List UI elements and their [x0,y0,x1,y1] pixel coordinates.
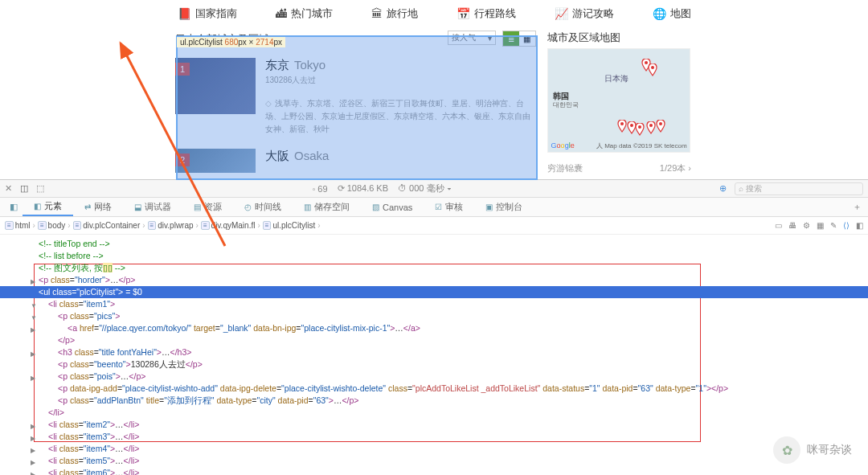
nav-routes[interactable]: 📅行程路线 [457,6,516,21]
map-title: 城市及区域地图 [547,31,691,45]
svg-point-5 [649,124,653,127]
side-pager: 穷游锦囊 1/29本 › [547,162,691,174]
city-thumb[interactable]: 1 [175,58,256,114]
edit-icon[interactable]: ✎ [830,221,837,230]
crumb-tools: ▭ 🖶 ⚙ ▦ ✎ ⟨⟩ ◧ [775,221,863,230]
city-icon: 🏙 [276,7,287,20]
svg-point-4 [638,125,641,129]
transfer-size: ⟳ 1084.6 KB [338,182,388,195]
add-tab-button[interactable]: ＋ [846,201,868,213]
breadcrumb: ≡html ≡body ≡div.plcContainer ≡div.plwra… [0,217,868,235]
toggle-icon[interactable]: ◧ [5,202,23,212]
search-icon: ⌕ [739,184,743,193]
calendar-icon: 📅 [457,7,470,20]
crumb-plccontainer[interactable]: ≡div.plcContainer [73,221,148,230]
map-pin-icon[interactable] [656,120,665,133]
top-nav: 📕国家指南 🏙热门城市 🏛旅行地 📅行程路线 📈游记攻略 🌐地图 [0,0,868,31]
map-widget[interactable]: 日本海 韩国 대한민국 Google 人 Map data ©2019 SK t… [547,48,690,153]
view-toggle: ≣ ▦ [502,31,536,47]
watermark: ✿ 咪哥杂谈 [773,436,852,464]
tab-network[interactable]: ⇄网络 [73,198,123,216]
map-pin-icon[interactable] [635,123,645,136]
map-pin-icon[interactable] [648,63,657,76]
crumb-plwrap[interactable]: ≡div.plwrap [148,221,201,230]
inspector-dims-badge: ul.plcCitylist 680px × 2714px [177,37,285,47]
devtools-toolbar: ✕ ◫ ⬚ ◦ 69 ⟳ 1084.6 KB ⏱ 000 毫秒 ▾ ⊕ ⌕搜索 [0,180,868,198]
poi-list: ◇浅草寺、东京塔、涩谷区、新宿三丁目歌舞伎町、皇居、明治神宫、台场、上野公园、东… [265,97,536,136]
timing: ⏱ 000 毫秒 ▾ [398,182,452,195]
grid-icon[interactable]: ▦ [817,221,824,230]
tab-elements[interactable]: ◧元素 [23,198,73,216]
sort-select[interactable]: 按人气▾ [448,31,496,45]
nav-notes[interactable]: 📈游记攻略 [555,6,614,21]
crumb-html[interactable]: ≡html [5,221,38,230]
view-grid-button[interactable]: ▦ [519,31,535,46]
svg-point-2 [620,122,624,125]
map-pin-icon[interactable] [617,120,627,133]
inspect-icon[interactable]: ⬚ [36,183,44,194]
city-item-1[interactable]: 1 东京Tokyo 130286人去过 ◇浅草寺、东京塔、涩谷区、新宿三丁目歌舞… [175,51,536,142]
city-title[interactable]: 大阪Osaka [265,149,536,164]
tab-audit[interactable]: ☑审核 [424,198,474,216]
map-attribution: 人 Map data ©2019 SK telecom [596,141,687,150]
nav-map[interactable]: 🌐地图 [653,6,691,21]
crumb-plccitylist[interactable]: ≡ul.plcCitylist [263,221,323,230]
city-thumb[interactable]: 2 [175,149,256,173]
status-bar: ◦ 69 ⟳ 1084.6 KB ⏱ 000 毫秒 ▾ [52,182,711,195]
gear-icon[interactable]: ⚙ [803,221,810,230]
panel-icon[interactable]: ◧ [856,221,863,230]
close-icon[interactable]: ✕ [5,183,12,194]
tab-console[interactable]: ▣控制台 [474,198,534,216]
tab-debugger[interactable]: ⬓调试器 [123,198,182,216]
google-logo: Google [551,141,575,149]
svg-point-1 [651,66,654,69]
requests-count: ◦ 69 [312,182,327,195]
nav-places[interactable]: 🏛旅行地 [371,6,418,21]
watermark-icon: ✿ [773,436,800,464]
tool-icon[interactable]: ▭ [775,221,782,230]
crumb-body[interactable]: ≡body [38,221,73,230]
crosshair-icon[interactable]: ⊕ [719,183,727,194]
chart-icon: 📈 [555,7,568,20]
city-item-2[interactable]: 2 大阪Osaka [175,142,536,179]
devtools-search[interactable]: ⌕搜索 [735,182,863,195]
print-icon[interactable]: 🖶 [788,221,796,230]
crumb-qymain[interactable]: ≡div.qyMain.fl [201,221,263,230]
tab-canvas[interactable]: ▧Canvas [361,198,424,216]
dom-tree[interactable]: <!-- titleTop end --> <!-- list before -… [0,235,868,475]
view-list-button[interactable]: ≣ [503,31,519,46]
devtools-tabs: ◧ ◧元素 ⇄网络 ⬓调试器 ▤资源 ◴时间线 ▥储存空间 ▧Canvas ☑审… [0,198,868,217]
rank-badge: 2 [175,154,190,166]
tab-storage[interactable]: ▥储存空间 [293,198,361,216]
code-icon[interactable]: ⟨⟩ [843,221,850,230]
map-pin-icon[interactable] [646,121,656,134]
nav-hot-cities[interactable]: 🏙热门城市 [276,6,333,21]
diamond-icon: ◇ [265,99,272,108]
book-icon: 📕 [178,7,191,20]
chevron-down-icon: ▾ [488,34,492,43]
visitor-count: 130286人去过 [265,75,536,86]
city-title[interactable]: 东京Tokyo [265,58,536,73]
tab-timeline[interactable]: ◴时间线 [233,198,293,216]
globe-icon: 🌐 [653,7,666,20]
svg-point-3 [630,124,633,127]
rank-badge: 1 [175,63,190,76]
watermark-text: 咪哥杂谈 [807,443,852,457]
nav-guide[interactable]: 📕国家指南 [178,6,237,21]
landmark-icon: 🏛 [371,7,383,20]
dock-icon[interactable]: ◫ [20,183,28,194]
svg-point-6 [659,122,662,125]
tab-resources[interactable]: ▤资源 [182,198,233,216]
map-pins [548,49,690,152]
chevron-right-icon[interactable]: › [688,163,691,173]
